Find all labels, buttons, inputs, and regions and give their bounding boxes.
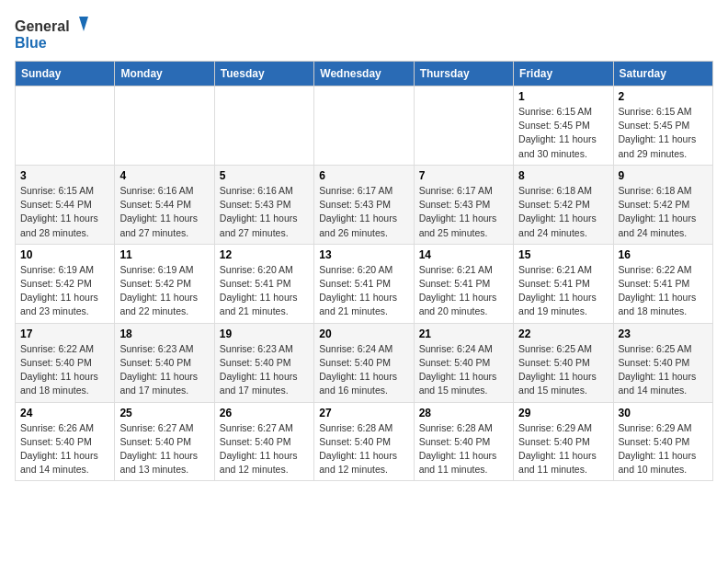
day-number: 12 <box>220 248 309 261</box>
day-info: Sunrise: 6:23 AM Sunset: 5:40 PM Dayligh… <box>119 342 209 398</box>
day-number: 7 <box>419 169 508 182</box>
day-number: 26 <box>220 407 309 419</box>
day-info: Sunrise: 6:15 AM Sunset: 5:45 PM Dayligh… <box>518 105 608 161</box>
day-number: 4 <box>119 169 209 182</box>
svg-text:General: General <box>15 18 70 34</box>
day-info: Sunrise: 6:27 AM Sunset: 5:40 PM Dayligh… <box>119 421 209 477</box>
day-cell: 20Sunrise: 6:24 AM Sunset: 5:40 PM Dayli… <box>314 323 414 402</box>
day-number: 25 <box>119 407 209 419</box>
day-info: Sunrise: 6:21 AM Sunset: 5:41 PM Dayligh… <box>518 263 608 319</box>
week-row-3: 10Sunrise: 6:19 AM Sunset: 5:42 PM Dayli… <box>16 244 713 323</box>
day-cell: 4Sunrise: 6:16 AM Sunset: 5:44 PM Daylig… <box>115 165 214 244</box>
day-info: Sunrise: 6:17 AM Sunset: 5:43 PM Dayligh… <box>419 184 508 240</box>
day-number: 14 <box>419 248 508 261</box>
day-cell: 28Sunrise: 6:28 AM Sunset: 5:40 PM Dayli… <box>414 402 513 481</box>
day-cell: 14Sunrise: 6:21 AM Sunset: 5:41 PM Dayli… <box>414 244 513 323</box>
day-info: Sunrise: 6:20 AM Sunset: 5:41 PM Dayligh… <box>319 263 408 319</box>
day-info: Sunrise: 6:23 AM Sunset: 5:40 PM Dayligh… <box>220 342 309 398</box>
day-number: 15 <box>518 248 608 261</box>
day-cell: 10Sunrise: 6:19 AM Sunset: 5:42 PM Dayli… <box>16 244 115 323</box>
day-cell: 7Sunrise: 6:17 AM Sunset: 5:43 PM Daylig… <box>414 165 513 244</box>
day-number: 3 <box>20 169 109 182</box>
day-number: 18 <box>119 327 209 340</box>
day-info: Sunrise: 6:28 AM Sunset: 5:40 PM Dayligh… <box>419 421 508 477</box>
day-number: 21 <box>419 327 508 340</box>
day-info: Sunrise: 6:26 AM Sunset: 5:40 PM Dayligh… <box>20 421 109 477</box>
day-number: 13 <box>319 248 408 261</box>
day-cell: 26Sunrise: 6:27 AM Sunset: 5:40 PM Dayli… <box>214 402 313 481</box>
week-row-2: 3Sunrise: 6:15 AM Sunset: 5:44 PM Daylig… <box>16 165 713 244</box>
day-number: 24 <box>20 407 109 419</box>
day-cell: 2Sunrise: 6:15 AM Sunset: 5:45 PM Daylig… <box>613 86 712 166</box>
day-number: 23 <box>619 327 708 340</box>
week-row-4: 17Sunrise: 6:22 AM Sunset: 5:40 PM Dayli… <box>16 323 713 402</box>
day-header-tuesday: Tuesday <box>214 62 313 86</box>
day-info: Sunrise: 6:22 AM Sunset: 5:41 PM Dayligh… <box>619 263 708 319</box>
day-info: Sunrise: 6:18 AM Sunset: 5:42 PM Dayligh… <box>518 184 608 240</box>
day-number: 30 <box>619 407 708 419</box>
day-cell: 22Sunrise: 6:25 AM Sunset: 5:40 PM Dayli… <box>514 323 613 402</box>
day-cell: 25Sunrise: 6:27 AM Sunset: 5:40 PM Dayli… <box>115 402 214 481</box>
day-cell: 19Sunrise: 6:23 AM Sunset: 5:40 PM Dayli… <box>214 323 313 402</box>
day-info: Sunrise: 6:24 AM Sunset: 5:40 PM Dayligh… <box>419 342 508 398</box>
day-number: 20 <box>319 327 408 340</box>
calendar-table: SundayMondayTuesdayWednesdayThursdayFrid… <box>15 61 713 481</box>
day-number: 27 <box>319 407 408 419</box>
day-info: Sunrise: 6:15 AM Sunset: 5:44 PM Dayligh… <box>20 184 109 240</box>
day-info: Sunrise: 6:19 AM Sunset: 5:42 PM Dayligh… <box>119 263 209 319</box>
day-cell: 1Sunrise: 6:15 AM Sunset: 5:45 PM Daylig… <box>514 86 613 166</box>
week-row-1: 1Sunrise: 6:15 AM Sunset: 5:45 PM Daylig… <box>16 86 713 166</box>
day-cell: 8Sunrise: 6:18 AM Sunset: 5:42 PM Daylig… <box>514 165 613 244</box>
svg-marker-2 <box>79 17 88 31</box>
day-cell: 6Sunrise: 6:17 AM Sunset: 5:43 PM Daylig… <box>314 165 414 244</box>
day-info: Sunrise: 6:28 AM Sunset: 5:40 PM Dayligh… <box>319 421 408 477</box>
day-info: Sunrise: 6:24 AM Sunset: 5:40 PM Dayligh… <box>319 342 408 398</box>
page-header: General Blue <box>15 15 713 55</box>
day-number: 10 <box>20 248 109 261</box>
day-header-saturday: Saturday <box>613 62 712 86</box>
day-cell: 5Sunrise: 6:16 AM Sunset: 5:43 PM Daylig… <box>214 165 313 244</box>
day-header-wednesday: Wednesday <box>314 62 414 86</box>
day-cell: 11Sunrise: 6:19 AM Sunset: 5:42 PM Dayli… <box>115 244 214 323</box>
day-number: 2 <box>619 90 708 103</box>
day-info: Sunrise: 6:16 AM Sunset: 5:43 PM Dayligh… <box>220 184 309 240</box>
day-number: 29 <box>518 407 608 419</box>
day-cell <box>214 86 313 166</box>
day-cell: 23Sunrise: 6:25 AM Sunset: 5:40 PM Dayli… <box>613 323 712 402</box>
day-cell: 12Sunrise: 6:20 AM Sunset: 5:41 PM Dayli… <box>214 244 313 323</box>
day-cell: 18Sunrise: 6:23 AM Sunset: 5:40 PM Dayli… <box>115 323 214 402</box>
day-info: Sunrise: 6:25 AM Sunset: 5:40 PM Dayligh… <box>518 342 608 398</box>
day-cell <box>314 86 414 166</box>
day-cell: 29Sunrise: 6:29 AM Sunset: 5:40 PM Dayli… <box>514 402 613 481</box>
day-number: 1 <box>518 90 608 103</box>
day-header-sunday: Sunday <box>16 62 115 86</box>
day-cell: 17Sunrise: 6:22 AM Sunset: 5:40 PM Dayli… <box>16 323 115 402</box>
day-info: Sunrise: 6:20 AM Sunset: 5:41 PM Dayligh… <box>220 263 309 319</box>
day-info: Sunrise: 6:16 AM Sunset: 5:44 PM Dayligh… <box>119 184 209 240</box>
day-cell: 9Sunrise: 6:18 AM Sunset: 5:42 PM Daylig… <box>613 165 712 244</box>
day-info: Sunrise: 6:19 AM Sunset: 5:42 PM Dayligh… <box>20 263 109 319</box>
calendar-header-row: SundayMondayTuesdayWednesdayThursdayFrid… <box>16 62 713 86</box>
day-info: Sunrise: 6:25 AM Sunset: 5:40 PM Dayligh… <box>619 342 708 398</box>
logo-icon: General Blue <box>15 15 88 55</box>
day-cell: 15Sunrise: 6:21 AM Sunset: 5:41 PM Dayli… <box>514 244 613 323</box>
day-info: Sunrise: 6:29 AM Sunset: 5:40 PM Dayligh… <box>619 421 708 477</box>
day-cell: 24Sunrise: 6:26 AM Sunset: 5:40 PM Dayli… <box>16 402 115 481</box>
day-number: 8 <box>518 169 608 182</box>
day-info: Sunrise: 6:17 AM Sunset: 5:43 PM Dayligh… <box>319 184 408 240</box>
day-cell: 16Sunrise: 6:22 AM Sunset: 5:41 PM Dayli… <box>613 244 712 323</box>
day-cell <box>414 86 513 166</box>
day-number: 28 <box>419 407 508 419</box>
day-cell: 27Sunrise: 6:28 AM Sunset: 5:40 PM Dayli… <box>314 402 414 481</box>
svg-text:Blue: Blue <box>15 35 47 51</box>
day-cell <box>16 86 115 166</box>
day-info: Sunrise: 6:15 AM Sunset: 5:45 PM Dayligh… <box>619 105 708 161</box>
day-cell: 13Sunrise: 6:20 AM Sunset: 5:41 PM Dayli… <box>314 244 414 323</box>
day-number: 17 <box>20 327 109 340</box>
day-info: Sunrise: 6:29 AM Sunset: 5:40 PM Dayligh… <box>518 421 608 477</box>
day-cell: 21Sunrise: 6:24 AM Sunset: 5:40 PM Dayli… <box>414 323 513 402</box>
day-cell: 3Sunrise: 6:15 AM Sunset: 5:44 PM Daylig… <box>16 165 115 244</box>
day-cell: 30Sunrise: 6:29 AM Sunset: 5:40 PM Dayli… <box>613 402 712 481</box>
day-number: 11 <box>119 248 209 261</box>
day-number: 9 <box>619 169 708 182</box>
